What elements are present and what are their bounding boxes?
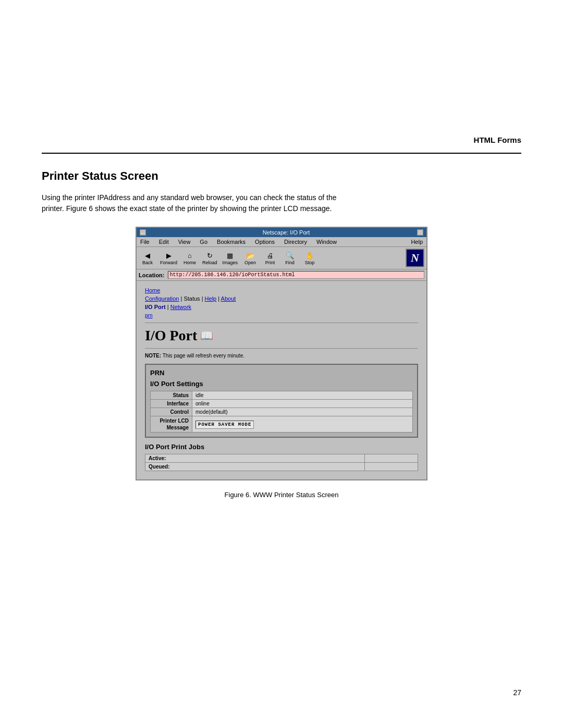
toolbar-open-button[interactable]: 📂 Open: [241, 249, 259, 267]
titlebar-controls: □: [417, 229, 423, 236]
location-input[interactable]: [168, 271, 425, 279]
menu-file[interactable]: File: [139, 238, 151, 245]
browser-title: Netscape: I/O Port: [155, 229, 417, 236]
io-port-heading: I/O Port 📖: [145, 327, 418, 344]
open-icon: 📂: [244, 251, 256, 260]
menu-directory[interactable]: Directory: [283, 238, 309, 245]
nav-home-link: Home: [145, 287, 418, 293]
main-content: Printer Status Screen Using the printer …: [0, 154, 563, 520]
prn-box: PRN I/O Port Settings Status idle Interf…: [145, 364, 418, 438]
control-value: mode(default): [192, 408, 413, 416]
toolbar-stop-button[interactable]: ✋ Stop: [301, 249, 319, 267]
table-row: Interface online: [151, 400, 413, 408]
figure-caption: Figure 6. WWW Printer Status Screen: [42, 491, 521, 499]
titlebar-restore-button[interactable]: □: [417, 229, 423, 236]
control-label: Control: [151, 408, 192, 416]
browser-toolbar: ◀ Back ▶ Forward ⌂ Home ↻ Reload ▦ Ima: [137, 247, 426, 269]
forward-icon: ▶: [163, 251, 175, 260]
stop-icon: ✋: [304, 251, 315, 260]
lcd-message: POWER SAVER MODE: [195, 421, 254, 429]
page-container: HTML Forms Printer Status Screen Using t…: [0, 0, 563, 728]
status-text: Status: [183, 295, 200, 302]
network-link[interactable]: Network: [170, 304, 191, 310]
section-title: Printer Status Screen: [42, 169, 521, 183]
io-settings-title: I/O Port Settings: [150, 380, 413, 388]
toolbar-back-button[interactable]: ◀ Back: [139, 249, 156, 267]
table-row: Status idle: [151, 391, 413, 400]
toolbar-images-button[interactable]: ▦ Images: [221, 249, 240, 267]
printer-lcd-value: POWER SAVER MODE: [192, 416, 413, 433]
content-divider-1: [145, 323, 418, 323]
interface-label: Interface: [151, 400, 192, 408]
toolbar-reload-button[interactable]: ↻ Reload: [201, 249, 219, 267]
print-jobs-title: I/O Port Print Jobs: [145, 443, 418, 451]
browser-content-area: Home Configuration | Status | Help | Abo…: [137, 281, 426, 479]
header-section: HTML Forms: [0, 0, 563, 150]
queued-value: [364, 463, 418, 471]
toolbar-find-button[interactable]: 🔍 Find: [281, 249, 299, 267]
header-title: HTML Forms: [42, 135, 521, 144]
print-icon: 🖨: [264, 251, 276, 260]
status-value: idle: [192, 391, 413, 400]
queued-label: Queued:: [145, 463, 365, 471]
home-icon: ⌂: [184, 251, 195, 260]
printer-lcd-label: Printer LCDMessage: [151, 416, 192, 433]
location-label: Location:: [139, 272, 165, 278]
menu-view[interactable]: View: [177, 238, 192, 245]
table-row: Queued:: [145, 463, 418, 471]
menu-edit[interactable]: Edit: [157, 238, 170, 245]
find-icon: 🔍: [284, 251, 296, 260]
browser-titlebar: — Netscape: I/O Port □: [137, 228, 426, 237]
prn-link[interactable]: prn: [145, 313, 152, 318]
prn-label: PRN: [150, 369, 413, 377]
nav-prn-link: prn: [145, 312, 418, 318]
browser-locationbar: Location:: [137, 269, 426, 281]
menu-window[interactable]: Window: [315, 238, 338, 245]
about-link[interactable]: About: [221, 295, 236, 302]
content-divider-2: [145, 348, 418, 349]
titlebar-minimize-button[interactable]: —: [140, 229, 146, 236]
back-icon: ◀: [142, 251, 153, 260]
netscape-logo: N: [406, 249, 424, 267]
help-link[interactable]: Help: [205, 295, 217, 302]
table-row: Control mode(default): [151, 408, 413, 416]
jobs-table: Active: Queued:: [145, 454, 418, 471]
browser-menubar: File Edit View Go Bookmarks Options Dire…: [137, 237, 426, 247]
table-row: Printer LCDMessage POWER SAVER MODE: [151, 416, 413, 433]
images-icon: ▦: [224, 251, 236, 260]
active-label: Active:: [145, 454, 365, 463]
page-number: 27: [513, 688, 521, 697]
menu-options[interactable]: Options: [253, 238, 276, 245]
table-row: Active:: [145, 454, 418, 463]
configuration-link[interactable]: Configuration: [145, 295, 179, 302]
note-text: NOTE: This page will refresh every minut…: [145, 353, 418, 359]
description-text: Using the printer IPAddress and any stan…: [42, 192, 344, 214]
io-port-title: I/O Port: [145, 327, 197, 344]
nav-links-row3: I/O Port | Network: [145, 304, 418, 310]
nav-links-row2: Configuration | Status | Help | About: [145, 295, 418, 302]
settings-table: Status idle Interface online Control mod…: [150, 391, 413, 433]
home-link[interactable]: Home: [145, 287, 160, 293]
active-value: [364, 454, 418, 463]
toolbar-forward-button[interactable]: ▶ Forward: [158, 249, 179, 267]
browser-window: — Netscape: I/O Port □ File Edit View Go…: [136, 227, 427, 480]
io-port-nav-label: I/O Port: [145, 304, 166, 310]
status-label: Status: [151, 391, 192, 400]
interface-value: online: [192, 400, 413, 408]
reload-icon: ↻: [204, 251, 215, 260]
toolbar-print-button[interactable]: 🖨 Print: [261, 249, 279, 267]
menu-help[interactable]: Help: [409, 238, 424, 245]
menu-bookmarks[interactable]: Bookmarks: [215, 238, 247, 245]
menu-go[interactable]: Go: [198, 238, 209, 245]
toolbar-home-button[interactable]: ⌂ Home: [181, 249, 199, 267]
book-icon: 📖: [200, 329, 213, 342]
